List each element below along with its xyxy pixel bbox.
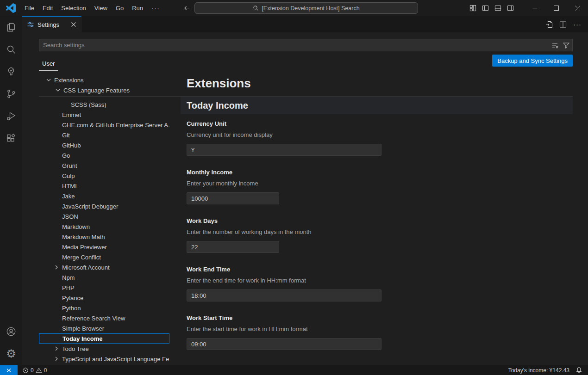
toggle-panel-icon[interactable] — [494, 5, 501, 12]
setting-work-start-time: Work Start TimeEnter the start time for … — [187, 314, 573, 350]
menu-overflow-icon[interactable]: ··· — [147, 2, 164, 14]
toc-item-emmet[interactable]: Emmet — [39, 110, 169, 120]
toc-item-php[interactable]: PHP — [39, 283, 169, 293]
setting-label: Work End Time — [187, 266, 573, 273]
toc-item-gulp[interactable]: Gulp — [39, 171, 169, 181]
manage-gear-icon[interactable]: ⚙ — [0, 343, 22, 365]
setting-input-currency-unit[interactable] — [187, 144, 382, 156]
minimize-button[interactable] — [524, 0, 545, 16]
toc-item-markdown-math[interactable]: Markdown Math — [39, 232, 169, 242]
explorer-icon[interactable] — [0, 16, 22, 38]
tab-label: Settings — [38, 21, 68, 28]
maximize-button[interactable] — [545, 0, 567, 16]
toc-item-grunt[interactable]: Grunt — [39, 160, 169, 171]
menu-file[interactable]: File — [20, 3, 38, 13]
toggle-secondary-sidebar-icon[interactable] — [507, 5, 514, 12]
close-window-button[interactable] — [567, 0, 588, 16]
title-bar: File Edit Selection View Go Run ··· [Ext… — [0, 0, 588, 16]
toc-item-ghe-com-github-enterprise-server-a[interactable]: GHE.com & GitHub Enterprise Server A... — [39, 120, 169, 130]
source-control-icon[interactable] — [0, 83, 22, 105]
toc-item-html[interactable]: HTML — [39, 181, 169, 191]
toc-item-label: Grunt — [62, 162, 77, 169]
command-center-search[interactable]: [Extension Development Host] Search — [194, 2, 418, 14]
statusbar-right: Today's income: ¥142.43 — [508, 367, 582, 374]
filter-funnel-icon[interactable] — [563, 42, 570, 49]
toc-item-reference-search-view[interactable]: Reference Search View — [39, 313, 169, 323]
toc-item-label: Microsoft Account — [62, 264, 110, 271]
extensions-icon[interactable] — [0, 127, 22, 149]
toc-item-git[interactable]: Git — [39, 130, 169, 140]
toc-item-label: Todo Tree — [62, 345, 89, 352]
toc-item-microsoft-account[interactable]: Microsoft Account — [39, 262, 169, 272]
more-actions-icon[interactable]: ··· — [573, 20, 582, 28]
setting-label: Currency Unit — [187, 120, 573, 127]
toc-item-simple-browser[interactable]: Simple Browser — [39, 323, 169, 333]
clear-search-results-icon[interactable] — [551, 42, 559, 49]
income-status[interactable]: Today's income: ¥142.43 — [508, 367, 569, 374]
setting-work-end-time: Work End TimeEnter the end time for work… — [187, 266, 573, 301]
toc-item-github[interactable]: GitHub — [39, 140, 169, 150]
settings-tab[interactable]: Settings — [22, 16, 81, 32]
setting-monthly-income: Monthly IncomeEnter your monthly income — [187, 169, 573, 204]
back-arrow-icon[interactable] — [183, 5, 190, 12]
toc-item-today-income[interactable]: Today Income — [39, 333, 169, 344]
toc-item-typescript-and-javascript-language-fe[interactable]: TypeScript and JavaScript Language Fe... — [39, 354, 169, 364]
setting-input-work-days[interactable] — [187, 241, 279, 253]
toc-item-jake[interactable]: Jake — [39, 191, 169, 201]
search-view-icon[interactable] — [0, 38, 22, 61]
status-bar: 0 0 Today's income: ¥142.43 — [0, 365, 588, 375]
toc-item-media-previewer[interactable]: Media Previewer — [39, 242, 169, 252]
menu-go[interactable]: Go — [112, 3, 128, 13]
toc-item-label: Markdown — [62, 223, 90, 230]
toc-item-label: Gulp — [62, 172, 75, 179]
menu-bar: File Edit Selection View Go Run ··· — [20, 2, 164, 14]
run-debug-icon[interactable] — [0, 105, 22, 127]
toc-item-extensions[interactable]: Extensions — [39, 75, 169, 85]
editor-actions: ··· — [545, 16, 582, 32]
todo-tree-icon[interactable] — [0, 61, 22, 83]
setting-input-monthly-income[interactable] — [187, 192, 279, 204]
toc-item-label: Python — [62, 305, 81, 312]
toc-item-scss-sass[interactable]: SCSS (Sass) — [39, 99, 169, 110]
toc-item-merge-conflict[interactable]: Merge Conflict — [39, 252, 169, 262]
accounts-icon[interactable] — [0, 320, 22, 343]
setting-description: Enter the number of working days in the … — [187, 228, 573, 235]
tab-close-icon[interactable] — [71, 22, 76, 27]
toc-item-label: HTML — [62, 183, 78, 190]
settings-toc: Extensions CSS Language Features SCSS (S… — [39, 73, 169, 365]
toc-item-css-language-features[interactable]: CSS Language Features — [39, 85, 169, 95]
toc-item-python[interactable]: Python — [39, 303, 169, 313]
notifications-bell-icon[interactable] — [575, 367, 582, 374]
toc-item-json[interactable]: JSON — [39, 211, 169, 221]
menu-edit[interactable]: Edit — [38, 3, 57, 13]
problems-status[interactable]: 0 0 — [22, 367, 47, 374]
toggle-primary-sidebar-icon[interactable] — [482, 5, 489, 12]
setting-input-work-end-time[interactable] — [187, 289, 382, 301]
menu-run[interactable]: Run — [128, 3, 147, 13]
chevron-right-icon — [53, 264, 60, 271]
toc-item-javascript-debugger[interactable]: JavaScript Debugger — [39, 201, 169, 211]
toc-item-pylance[interactable]: Pylance — [39, 293, 169, 303]
toc-item-todo-tree[interactable]: Todo Tree — [39, 344, 169, 354]
settings-sliders-icon — [27, 21, 34, 28]
settings-search-input[interactable] — [39, 39, 573, 51]
toc-item-label: Jake — [62, 193, 75, 200]
remote-indicator[interactable] — [0, 365, 18, 375]
open-settings-json-icon[interactable] — [545, 21, 553, 28]
toc-item-label: GHE.com & GitHub Enterprise Server A... — [62, 122, 169, 129]
tab-user-scope[interactable]: User — [39, 60, 58, 71]
toc-item-label: CSS Language Features — [63, 87, 130, 94]
menu-selection[interactable]: Selection — [57, 3, 90, 13]
menu-view[interactable]: View — [90, 3, 112, 13]
split-editor-icon[interactable] — [559, 21, 567, 28]
setting-input-work-start-time[interactable] — [187, 338, 382, 350]
toc-item-go[interactable]: Go — [39, 150, 169, 160]
toc-item-npm[interactable]: Npm — [39, 272, 169, 283]
chevron-down-icon — [45, 76, 52, 84]
toc-item-markdown[interactable]: Markdown — [39, 221, 169, 232]
settings-search — [39, 39, 573, 51]
backup-sync-settings-button[interactable]: Backup and Sync Settings — [492, 55, 573, 67]
customize-layout-icon[interactable] — [469, 5, 476, 12]
vscode-logo-icon — [6, 3, 16, 13]
toc-item-label: Emmet — [62, 111, 81, 118]
